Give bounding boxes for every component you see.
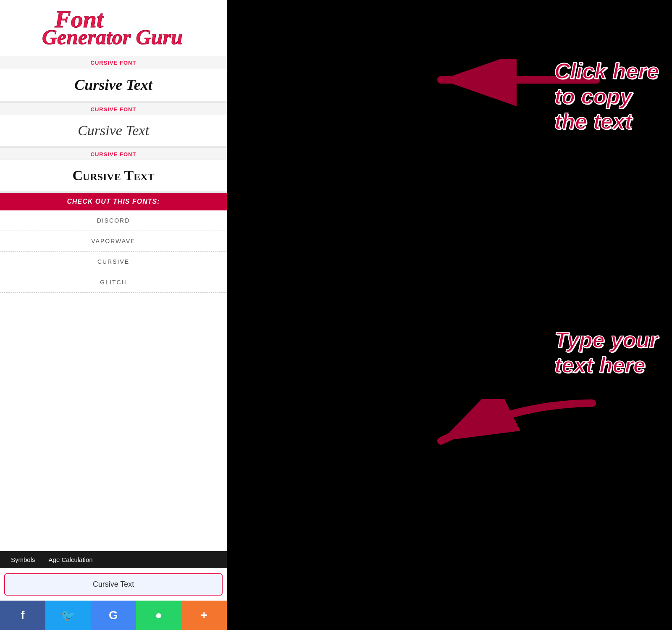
checkout-banner: CHECK OUT THIS FONTS: [0,193,227,210]
tab-symbols[interactable]: Symbols [4,551,42,568]
font-card-1: CURSIVE FONT Cursive Text [0,56,227,103]
google-button[interactable]: G [91,601,136,630]
twitter-button[interactable]: 🐦 [45,601,91,630]
click-here-text: Click hereto copythe text [554,59,659,134]
font-display-1[interactable]: Cursive Text [0,68,227,102]
tab-age-calculation[interactable]: Age Calculation [42,551,100,568]
font-card-2: CURSIVE FONT Cursive Text [0,103,227,148]
font-label-2: CURSIVE FONT [0,103,227,115]
font-display-3[interactable]: Cursive Text [0,160,227,192]
more-icon: + [201,609,207,622]
font-link-cursive[interactable]: CURSIVE [0,252,227,272]
type-here-arrow [433,399,601,449]
social-bar: f 🐦 G ● + [0,601,227,630]
whatsapp-icon: ● [155,609,163,622]
twitter-icon: 🐦 [61,609,76,622]
type-here-annotation: Type yourtext here [554,328,658,378]
click-here-annotation: Click hereto copythe text [554,59,659,134]
font-link-glitch[interactable]: GLITCH [0,272,227,293]
font-label-1: CURSIVE FONT [0,56,227,68]
svg-text:Generator Guru: Generator Guru [42,25,183,49]
text-input[interactable] [4,573,223,596]
type-here-text: Type yourtext here [554,328,658,377]
font-card-3: CURSIVE FONT Cursive Text [0,148,227,193]
font-link-vaporwave[interactable]: VAPORWAVE [0,231,227,252]
font-label-3: CURSIVE FONT [0,148,227,160]
tab-bar: Symbols Age Calculation [0,551,227,568]
more-button[interactable]: + [181,601,227,630]
right-panel: Click hereto copythe text Type yourtext … [227,0,672,630]
font-display-2[interactable]: Cursive Text [0,115,227,147]
font-links: DISCORD VAPORWAVE CURSIVE GLITCH [0,210,227,551]
whatsapp-button[interactable]: ● [136,601,181,630]
logo-area: .logo-font { font-family: 'Georgia', 'Pa… [0,0,227,56]
facebook-icon: f [21,609,24,622]
search-input-area [0,568,227,601]
left-panel: .logo-font { font-family: 'Georgia', 'Pa… [0,0,227,630]
google-icon: G [109,609,118,622]
facebook-button[interactable]: f [0,601,45,630]
font-link-discord[interactable]: DISCORD [0,210,227,231]
